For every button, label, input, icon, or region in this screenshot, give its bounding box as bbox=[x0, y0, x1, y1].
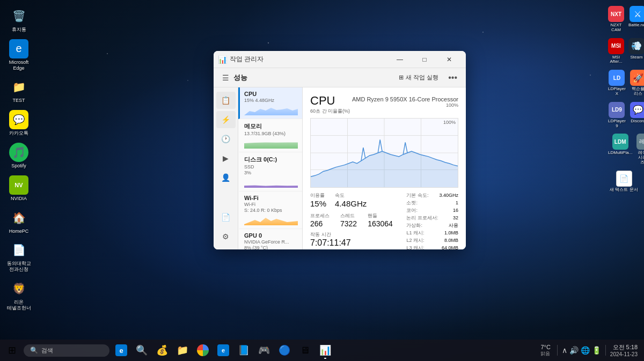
sidebar-item-settings[interactable]: ⚙ bbox=[216, 228, 236, 245]
tray-volume[interactable]: 🔊 bbox=[569, 346, 579, 355]
tray-network[interactable]: 🌐 bbox=[581, 346, 590, 355]
taskbar-app-edge[interactable]: e bbox=[112, 341, 131, 360]
sidebar-item-performance[interactable]: ⚡ bbox=[216, 111, 236, 128]
new-task-button[interactable]: ⊞ 새 작업 실행 bbox=[396, 72, 442, 83]
sockets-label: 소켓: bbox=[406, 200, 418, 207]
maximize-button[interactable]: □ bbox=[412, 51, 437, 68]
threads-value: 7322 bbox=[340, 219, 357, 228]
wifi-resource-detail1: Wi-Fi bbox=[244, 202, 298, 207]
cpu-right-stats: 기본 속도: 3.40GHz 소켓: 1 코어: 16 논리 프로세서: 32 bbox=[406, 192, 458, 249]
desktop-icon-nvidia[interactable]: NV NVIDIA bbox=[3, 173, 35, 204]
wifi-mini-graph bbox=[244, 215, 298, 225]
desktop-icon-spotify[interactable]: 🎵 Spotify bbox=[3, 141, 35, 171]
desktop-icon-battle[interactable]: ⚔ Battle.net bbox=[627, 4, 644, 34]
edge-icon: e bbox=[9, 39, 28, 58]
resource-item-cpu[interactable]: CPU 15% 4.48GHz bbox=[238, 87, 302, 119]
process-label: 프로세스 bbox=[310, 212, 330, 219]
desktop-icon-msi[interactable]: MSI MSI After... bbox=[606, 36, 626, 67]
taskbar-app-app9[interactable]: 🔵 bbox=[275, 341, 294, 360]
desktop-icon-discord[interactable]: 💬 Discord bbox=[628, 100, 644, 130]
virtual-label: 가상화: bbox=[406, 222, 422, 229]
desktop-icon-kakao[interactable]: 💬 카카오톡 bbox=[3, 108, 35, 138]
sidebar-item-details[interactable]: 📄 bbox=[216, 209, 236, 226]
cpu-graph-svg bbox=[311, 119, 458, 187]
resource-item-disk[interactable]: 디스크 0(C:) SSD 3% bbox=[238, 152, 302, 191]
start-button[interactable]: ⊞ bbox=[2, 341, 21, 360]
taskbar-app-game[interactable]: 🎮 bbox=[254, 341, 274, 360]
desktop-icon-ldplayer[interactable]: LD LDPlayer X bbox=[606, 68, 627, 98]
uptime-row: 작동 시간 7:07:11:47 bbox=[310, 231, 393, 248]
desktop-icons-left: 🗑️ 휴지통 e Microsoft Edge 📁 TEST 💬 카카오톡 🎵 … bbox=[0, 0, 38, 318]
dongeui-icon: 📄 bbox=[9, 240, 28, 260]
l2-row: L2 캐시: 8.0MB bbox=[406, 237, 458, 244]
desktop-icon-dongeui[interactable]: 📄 동의대학교 전과신청 bbox=[3, 238, 35, 275]
taskbar-temp: 7°C 맑음 bbox=[540, 344, 550, 357]
desktop-icon-ldmulti[interactable]: LDM LDMultiPla... bbox=[606, 132, 634, 166]
ldmulti-label: LDMultiPla... bbox=[608, 151, 632, 156]
cores-label: 코어: bbox=[406, 207, 418, 214]
search-bar[interactable]: 🔍 검색 bbox=[24, 344, 109, 357]
toolbar-title: 성능 bbox=[233, 73, 247, 83]
l1-row: L1 캐시: 1.0MB bbox=[406, 230, 458, 237]
recycle-icon: 🗑️ bbox=[9, 6, 28, 26]
desktop-icon-ldplayer9[interactable]: LD9 LDPlayer 9 bbox=[606, 100, 627, 130]
cpu-graph-bar bbox=[244, 105, 298, 115]
taskbar-apps: e 🔍 💰 📁 e 📘 🎮 🔵 🖥 📊 bbox=[112, 341, 540, 360]
taskbar-app-search[interactable]: 🔍 bbox=[132, 341, 151, 360]
sidebar-item-history[interactable]: 🕐 bbox=[216, 130, 236, 148]
more-options-button[interactable]: ••• bbox=[446, 72, 459, 84]
taskbar-app-monitor[interactable]: 🖥 bbox=[295, 341, 314, 360]
resource-item-gpu[interactable]: GPU 0 NVIDIA GeForce R... 8% (39 °C) bbox=[238, 229, 302, 249]
cores-row: 코어: 16 bbox=[406, 207, 458, 214]
l3-value: 64.0MB bbox=[442, 245, 458, 249]
taskbar-app-taskman[interactable]: 📊 bbox=[316, 341, 335, 360]
desktop-icon-homepc[interactable]: 🏠 HomePC bbox=[3, 206, 35, 237]
taskbar-app-explorer[interactable]: 📁 bbox=[173, 341, 192, 360]
main-content: 📋 ⚡ 🕐 ▶ 👤 📄 ⚙ CPU 15% 4.48GHz 메모리 13.7/3… bbox=[214, 87, 466, 249]
time-text: 오전 5:18 bbox=[613, 343, 638, 351]
resource-item-wifi[interactable]: Wi-Fi Wi-Fi S: 24.0 R: 0 Kbps bbox=[238, 191, 302, 229]
desktop-icon-lion[interactable]: 🦁 리온 테넬조헌너 bbox=[3, 277, 35, 313]
speed-value: 4.48GHz bbox=[335, 199, 367, 208]
test-label: TEST bbox=[12, 98, 25, 104]
handles-col: 핸들 163064 bbox=[368, 212, 393, 228]
threads-label: 스레드 bbox=[340, 212, 357, 219]
wifi-graph-bar bbox=[244, 215, 298, 225]
desktop-icon-edge[interactable]: e Microsoft Edge bbox=[3, 37, 35, 73]
cpu-title: CPU bbox=[310, 94, 350, 108]
resource-item-memory[interactable]: 메모리 13.7/31.9GB (43%) bbox=[238, 119, 302, 152]
taskbar-app-chrome[interactable] bbox=[193, 341, 213, 360]
gpu-resource-name: GPU 0 bbox=[244, 232, 298, 239]
date-text: 2024-11-23 bbox=[610, 351, 638, 357]
l1-value: 1.0MB bbox=[444, 230, 458, 235]
sidebar-item-processes[interactable]: 📋 bbox=[216, 92, 236, 109]
sidebar-item-startup[interactable]: ▶ bbox=[216, 150, 236, 167]
desktop-icon-test[interactable]: 📁 TEST bbox=[3, 75, 35, 106]
sidebar-item-users[interactable]: 👤 bbox=[216, 169, 236, 186]
newtext-label: 새 텍스트 문서 bbox=[610, 188, 638, 193]
active-indicator bbox=[324, 358, 326, 359]
taskbar-time[interactable]: 오전 5:18 2024-11-23 bbox=[610, 343, 638, 357]
edge-label: Microsoft Edge bbox=[5, 60, 33, 71]
taskbar-app-edge2[interactable]: e bbox=[214, 341, 233, 360]
cpu-detail-panel: CPU 60초 간 미율률(%) AMD Ryzen 9 5950X 16-Co… bbox=[303, 87, 466, 249]
tray-chevron[interactable]: ∧ bbox=[562, 346, 567, 355]
desktop-icon-steam[interactable]: 💨 Steam bbox=[627, 36, 644, 67]
taskbar-app-app7[interactable]: 📘 bbox=[234, 341, 253, 360]
cpu-header-left: CPU 60초 간 미율률(%) bbox=[310, 94, 350, 116]
desktop-icon-lazy[interactable]: 레이 레이지시리빈즈스 bbox=[635, 132, 644, 166]
desktop-icon-recycle[interactable]: 🗑️ 휴지통 bbox=[3, 4, 35, 35]
minimize-button[interactable]: — bbox=[387, 51, 412, 68]
usage-label: 이용률 bbox=[310, 192, 326, 199]
ldplayer9-icon: LD9 bbox=[609, 102, 625, 118]
hamburger-icon[interactable]: ☰ bbox=[220, 72, 231, 83]
cpu-resource-detail: 15% 4.48GHz bbox=[244, 98, 298, 103]
desktop-icon-newtext[interactable]: 📄 새 텍스트 문서 bbox=[606, 169, 641, 194]
desktop-icon-hakson[interactable]: 🚀 핵슨플리스 bbox=[628, 68, 644, 98]
tray-battery[interactable]: 🔋 bbox=[592, 346, 601, 355]
nzxt-label: NZXT CAM bbox=[608, 23, 624, 33]
dongeui-label: 동의대학교 전과신청 bbox=[5, 261, 33, 272]
close-button[interactable]: ✕ bbox=[437, 51, 462, 68]
taskbar-app-money[interactable]: 💰 bbox=[152, 341, 172, 360]
desktop-icon-nzxt[interactable]: NXT NZXT CAM bbox=[606, 4, 626, 34]
